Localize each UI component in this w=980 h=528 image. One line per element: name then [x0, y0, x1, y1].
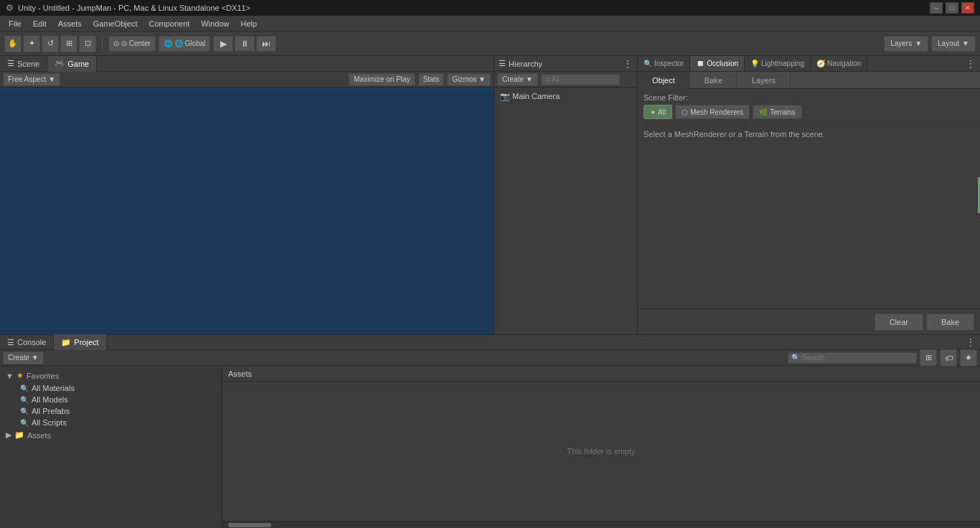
- tab-project[interactable]: 📁 Project: [54, 334, 106, 350]
- menu-file[interactable]: File: [3, 18, 27, 29]
- hierarchy-content: 📷 Main Camera: [494, 88, 637, 334]
- global-button[interactable]: 🌐 🌐 Global: [159, 36, 211, 52]
- search-options-button[interactable]: ⊞: [920, 349, 937, 367]
- layers-dropdown[interactable]: Layers ▼: [884, 36, 928, 52]
- right-bottom-buttons: Clear Bake: [638, 308, 980, 334]
- right-panel-menu-button[interactable]: ⋮: [961, 58, 980, 70]
- hand-tool-button[interactable]: ✋: [4, 35, 22, 52]
- assets-section[interactable]: ▶ 📁 Assets: [3, 428, 219, 442]
- filter-mesh-renderers-button[interactable]: ⬡ Mesh Renderers: [675, 105, 750, 119]
- step-button[interactable]: ⏭: [256, 36, 276, 52]
- tab-console[interactable]: ☰ Console: [0, 334, 54, 350]
- subtab-layers[interactable]: Layers: [738, 72, 791, 89]
- game-tab-label: Game: [67, 60, 89, 68]
- hierarchy-header: ☰ Hierarchy ⋮: [494, 56, 637, 72]
- center-button[interactable]: ⊙ ⊙ Center: [108, 36, 156, 52]
- hierarchy-item-main-camera[interactable]: 📷 Main Camera: [497, 90, 634, 103]
- assets-content: This folder is empty: [222, 382, 980, 521]
- mesh-renderers-label: Mesh Renderers: [690, 108, 743, 116]
- occlusion-label: Occlusion: [707, 60, 738, 67]
- menu-assets[interactable]: Assets: [52, 18, 88, 29]
- menu-edit[interactable]: Edit: [27, 18, 52, 29]
- tab-lightmapping[interactable]: 💡 Lightmapping: [745, 56, 811, 72]
- favorites-section[interactable]: ▼ ★ Favorites: [3, 369, 219, 382]
- filter-all-button[interactable]: ✦ All: [644, 105, 672, 119]
- minimize-button[interactable]: ─: [930, 2, 943, 14]
- clear-button[interactable]: Clear: [875, 314, 923, 331]
- bake-subtab-label: Bake: [705, 76, 722, 85]
- maximize-button[interactable]: □: [946, 2, 958, 14]
- hierarchy-icon: ☰: [499, 59, 506, 68]
- playback-controls: ▶ ⏸ ⏭: [213, 36, 276, 52]
- global-icon: 🌐: [164, 39, 172, 47]
- assets-scrollbar[interactable]: [222, 521, 980, 528]
- layers-subtab-label: Layers: [752, 76, 776, 85]
- bottom-content: ▼ ★ Favorites 🔍 All Materials 🔍 All Mode…: [0, 366, 980, 528]
- mesh-renderers-icon: ⬡: [682, 108, 688, 116]
- stats-label: Stats: [423, 75, 440, 83]
- tab-navigation[interactable]: 🧭 Navigation: [811, 56, 867, 72]
- tree-item-all-models[interactable]: 🔍 All Models: [17, 394, 219, 405]
- maximize-on-play-button[interactable]: Maximize on Play: [349, 73, 415, 86]
- lightmapping-label: Lightmapping: [761, 60, 804, 67]
- hierarchy-panel: ☰ Hierarchy ⋮ Create ▼ 📷 Main Camera: [494, 56, 638, 334]
- search-star-button[interactable]: ★: [960, 349, 977, 367]
- scale-tool-button[interactable]: ⊞: [60, 35, 77, 52]
- tab-occlusion[interactable]: 🔲 Occlusion: [690, 56, 745, 72]
- occlusion-hint-text: Select a MeshRenderer or a Terrain from …: [644, 130, 825, 138]
- menu-window[interactable]: Window: [195, 18, 235, 29]
- title-bar-controls: ─ □ ✕: [930, 2, 974, 14]
- all-scripts-label: All Scripts: [32, 418, 67, 427]
- tab-inspector[interactable]: 🔍 Inspector: [638, 56, 690, 72]
- bake-button[interactable]: Bake: [926, 314, 974, 331]
- project-tree: ▼ ★ Favorites 🔍 All Materials 🔍 All Mode…: [0, 366, 222, 528]
- tree-item-all-prefabs[interactable]: 🔍 All Prefabs: [17, 405, 219, 417]
- hierarchy-toolbar: Create ▼: [494, 72, 637, 88]
- layout-label: Layout: [938, 39, 959, 47]
- subtab-object[interactable]: Object: [638, 72, 690, 89]
- pivot-icon: ⊙: [113, 39, 119, 47]
- bottom-panel-menu-button[interactable]: ⋮: [961, 336, 980, 348]
- hierarchy-create-label: Create ▼: [502, 75, 533, 83]
- search-tag-button[interactable]: 🏷: [940, 349, 957, 367]
- pause-button[interactable]: ⏸: [235, 36, 255, 52]
- clear-label: Clear: [890, 318, 908, 326]
- tree-item-all-materials[interactable]: 🔍 All Materials: [17, 382, 219, 394]
- free-aspect-button[interactable]: Free Aspect ▼: [3, 73, 60, 86]
- project-tab-icon: 📁: [61, 338, 71, 347]
- close-button[interactable]: ✕: [961, 2, 974, 14]
- menu-help[interactable]: Help: [235, 18, 263, 29]
- navigation-label: Navigation: [827, 60, 861, 67]
- tab-scene[interactable]: ☰ Scene: [0, 56, 47, 72]
- scene-filter-label: Scene Filter:: [644, 93, 974, 102]
- bottom-tabs-bar: ☰ Console 📁 Project ⋮: [0, 334, 980, 350]
- move-tool-button[interactable]: ✦: [23, 35, 40, 52]
- gizmos-button[interactable]: Gizmos ▼: [447, 73, 491, 86]
- search-icon-models: 🔍: [20, 396, 29, 404]
- occlusion-icon: 🔲: [696, 60, 705, 67]
- empty-folder-message: This folder is empty: [567, 447, 635, 456]
- play-button[interactable]: ▶: [213, 36, 233, 52]
- project-search-input[interactable]: [788, 352, 917, 364]
- title-bar-left: ⚙ Unity - Untitled - JumpMan - PC, Mac &…: [6, 3, 250, 13]
- assets-scroll-thumb[interactable]: [228, 523, 271, 527]
- layout-dropdown[interactable]: Layout ▼: [931, 36, 976, 52]
- filter-terrains-button[interactable]: 🌿 Terrains: [753, 105, 802, 119]
- tab-game[interactable]: 🎮 Game: [47, 56, 97, 72]
- scene-filter: Scene Filter: ✦ All ⬡ Mesh Renderers 🌿 T…: [638, 89, 980, 124]
- tree-item-all-scripts[interactable]: 🔍 All Scripts: [17, 417, 219, 428]
- hierarchy-search-input[interactable]: [541, 74, 620, 85]
- hierarchy-create-button[interactable]: Create ▼: [497, 73, 538, 86]
- stats-button[interactable]: Stats: [418, 73, 445, 86]
- menu-gameobject[interactable]: GameObject: [88, 18, 143, 29]
- global-label: 🌐 Global: [174, 39, 206, 47]
- menu-component[interactable]: Component: [143, 18, 195, 29]
- rect-tool-button[interactable]: ⊡: [79, 35, 96, 52]
- hierarchy-menu-button[interactable]: ⋮: [623, 58, 633, 70]
- layers-chevron-icon: ▼: [915, 39, 922, 47]
- inspector-icon: 🔍: [644, 60, 652, 67]
- project-create-button[interactable]: Create ▼: [3, 352, 44, 364]
- rotate-tool-button[interactable]: ↺: [42, 35, 59, 52]
- subtab-bake[interactable]: Bake: [690, 72, 738, 89]
- assets-folder-icon: 📁: [14, 430, 24, 440]
